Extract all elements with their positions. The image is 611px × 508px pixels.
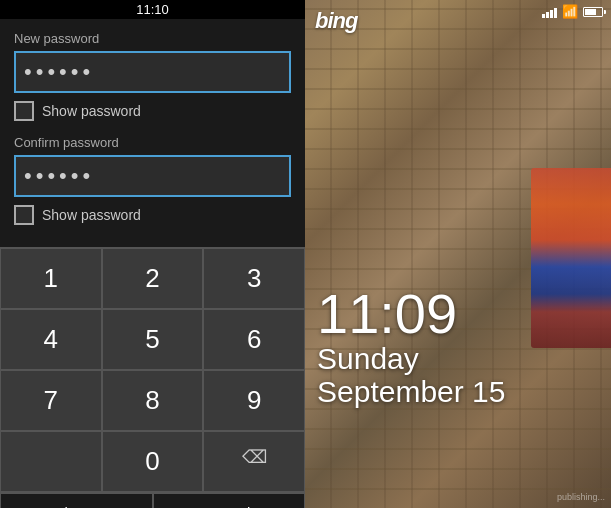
new-password-label: New password xyxy=(14,31,291,46)
done-button[interactable]: done xyxy=(0,493,153,508)
cancel-button[interactable]: cancel xyxy=(153,493,306,508)
key-5[interactable]: 5 xyxy=(102,309,204,370)
key-7[interactable]: 7 xyxy=(0,370,102,431)
lockscreen-hour: 11:09 xyxy=(317,286,505,342)
show-password-2-row[interactable]: Show password xyxy=(14,205,291,225)
bing-logo: bing xyxy=(315,8,357,34)
password-panel: 11:10 New password Show password Confirm… xyxy=(0,0,305,508)
signal-icon xyxy=(542,6,557,18)
new-password-input[interactable] xyxy=(14,51,291,93)
lockscreen-panel: 📶 bing 11:09 Sunday September 15 publish… xyxy=(305,0,611,508)
key-9[interactable]: 9 xyxy=(203,370,305,431)
wifi-icon: 📶 xyxy=(562,4,578,19)
show-password-2-label: Show password xyxy=(42,207,141,223)
confirm-password-label: Confirm password xyxy=(14,135,291,150)
show-password-1-checkbox[interactable] xyxy=(14,101,34,121)
key-6[interactable]: 6 xyxy=(203,309,305,370)
show-password-1-label: Show password xyxy=(42,103,141,119)
confirm-password-input[interactable] xyxy=(14,155,291,197)
numpad-grid: 1 2 3 4 5 6 7 8 9 0 ⌫ xyxy=(0,248,305,492)
key-3[interactable]: 3 xyxy=(203,248,305,309)
action-bar: done cancel xyxy=(0,492,305,508)
key-4[interactable]: 4 xyxy=(0,309,102,370)
publisher-watermark: publishing... xyxy=(557,492,605,502)
show-password-1-row[interactable]: Show password xyxy=(14,101,291,121)
key-backspace[interactable]: ⌫ xyxy=(203,431,305,492)
battery-fill xyxy=(585,9,596,15)
key-0[interactable]: 0 xyxy=(102,431,204,492)
lockscreen-date: September 15 xyxy=(317,375,505,408)
key-1[interactable]: 1 xyxy=(0,248,102,309)
status-bar-left: 11:10 xyxy=(0,0,305,19)
form-area: New password Show password Confirm passw… xyxy=(0,19,305,247)
lockscreen-time-area: 11:09 Sunday September 15 xyxy=(317,286,505,408)
numpad: 1 2 3 4 5 6 7 8 9 0 ⌫ xyxy=(0,247,305,492)
key-empty xyxy=(0,431,102,492)
status-time-left: 11:10 xyxy=(136,2,169,17)
show-password-2-checkbox[interactable] xyxy=(14,205,34,225)
lockscreen-day: Sunday xyxy=(317,342,505,375)
battery-icon xyxy=(583,7,603,17)
status-bar-right: 📶 xyxy=(542,4,603,19)
people-decoration xyxy=(531,168,611,348)
key-8[interactable]: 8 xyxy=(102,370,204,431)
key-2[interactable]: 2 xyxy=(102,248,204,309)
